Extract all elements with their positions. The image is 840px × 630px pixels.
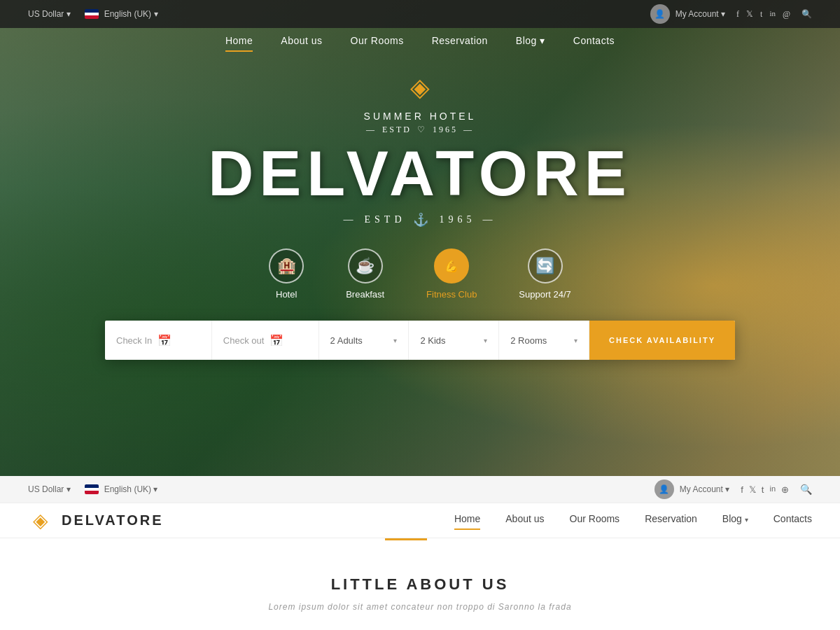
amenity-hotel[interactable]: 🏨 Hotel <box>269 248 304 300</box>
hero-nav: Home About us Our Rooms Reservation Blog… <box>0 25 840 59</box>
hero-content: ◈ SUMMER HOTEL — ESTD ♡ 1965 — DELVATORE… <box>0 0 840 476</box>
about-section: LITTLE ABOUT US Lorem ipsum dolor sit am… <box>0 540 840 630</box>
estd-dash-right: — <box>463 125 474 135</box>
amenity-fitness[interactable]: 💪 Fitness Club <box>426 248 477 300</box>
sticky-account-area[interactable]: 👤 My Account ▾ <box>654 479 729 499</box>
amenities-bar: 🏨 Hotel ☕ Breakfast 💪 Fitness Club 🔄 Sup… <box>269 248 571 300</box>
about-subtitle: Lorem ipsum dolor sit amet concateur non… <box>28 602 812 612</box>
nav-about[interactable]: About us <box>281 35 322 49</box>
support-icon: 🔄 <box>528 248 563 284</box>
email-icon[interactable]: @ <box>783 9 790 20</box>
checkin-label: Check In <box>116 335 152 346</box>
facebook-icon[interactable]: f <box>736 9 739 20</box>
sticky-linkedin-icon[interactable]: in <box>769 484 776 495</box>
hotel-name: DELVATORE <box>208 142 631 205</box>
sticky-nav: Home About us Our Rooms Reservation Blog… <box>454 513 812 528</box>
hotel-logo-icon: ◈ <box>402 70 438 105</box>
twitter-icon[interactable]: 𝕏 <box>746 9 753 20</box>
estd2-year: 1965 <box>440 214 476 225</box>
hotel-estd: — ESTD ♡ 1965 — <box>366 125 474 135</box>
top-bar: US Dollar ▾ English (UK) ▾ 👤 My Account … <box>0 0 840 28</box>
anchor-icon: ⚓ <box>413 212 433 227</box>
currency-arrow: ▾ <box>66 9 71 19</box>
sticky-language-selector[interactable]: English (UK) ▾ <box>85 484 158 494</box>
social-icons: f 𝕏 t in @ <box>736 9 790 20</box>
estd-dash-left: — <box>366 125 377 135</box>
hero-section: US Dollar ▾ English (UK) ▾ 👤 My Account … <box>0 0 840 476</box>
breakfast-icon: ☕ <box>348 248 383 284</box>
checkout-field[interactable]: Check out 📅 <box>212 321 319 360</box>
sticky-nav-rooms[interactable]: Our Rooms <box>570 513 620 528</box>
sticky-avatar: 👤 <box>654 479 674 499</box>
nav-active-indicator <box>385 538 427 540</box>
sticky-nav-home[interactable]: Home <box>454 513 480 528</box>
nav-contacts[interactable]: Contacts <box>573 35 615 49</box>
fitness-label: Fitness Club <box>426 289 477 300</box>
sticky-facebook-icon[interactable]: f <box>741 484 743 495</box>
sticky-twitter-icon[interactable]: 𝕏 <box>749 484 756 495</box>
nav-rooms[interactable]: Our Rooms <box>351 35 404 49</box>
linkedin-icon[interactable]: in <box>769 9 776 20</box>
estd-year: 1965 <box>433 125 458 135</box>
nav-reservation[interactable]: Reservation <box>432 35 488 49</box>
adults-select[interactable]: 2 Adults ▾ <box>319 321 410 360</box>
heart-icon: ♡ <box>417 125 427 135</box>
fitness-icon: 💪 <box>434 248 469 284</box>
kids-label: 2 Kids <box>420 335 445 346</box>
checkin-field[interactable]: Check In 📅 <box>105 321 212 360</box>
hotel-label: Hotel <box>276 289 297 300</box>
sticky-top-bar: US Dollar ▾ English (UK) ▾ 👤 My Account … <box>0 476 840 503</box>
support-label: Support 24/7 <box>519 289 570 300</box>
sticky-tumblr-icon[interactable]: t <box>762 484 764 495</box>
rooms-arrow: ▾ <box>574 337 578 344</box>
logo-text: DELVATORE <box>62 512 164 528</box>
kids-select[interactable]: 2 Kids ▾ <box>409 321 499 360</box>
nav-home[interactable]: Home <box>225 35 253 49</box>
account-area[interactable]: 👤 My Account ▾ <box>650 4 725 24</box>
avatar: 👤 <box>650 4 670 24</box>
sticky-currency-selector[interactable]: US Dollar ▾ <box>28 484 71 494</box>
estd2-dash-right: — <box>483 214 497 225</box>
sticky-social-icons: f 𝕏 t in ⊕ <box>741 484 789 495</box>
estd-text: ESTD <box>382 125 412 135</box>
adults-arrow: ▾ <box>393 337 397 344</box>
currency-selector[interactable]: US Dollar ▾ <box>28 9 71 19</box>
nav-blog[interactable]: Blog ▾ <box>516 35 545 49</box>
top-bar-right: 👤 My Account ▾ f 𝕏 t in @ 🔍 <box>650 4 812 24</box>
flag-icon <box>85 9 99 19</box>
checkout-label: Check out <box>223 335 265 346</box>
language-selector[interactable]: English (UK) ▾ <box>85 9 158 19</box>
sticky-nav-blog[interactable]: Blog ▾ <box>722 513 748 528</box>
hotel-subtitle: SUMMER HOTEL <box>364 111 477 122</box>
sticky-nav-reservation[interactable]: Reservation <box>645 513 697 528</box>
language-arrow: ▾ <box>154 9 158 19</box>
kids-arrow: ▾ <box>484 337 487 344</box>
blog-arrow-icon: ▾ <box>745 516 748 524</box>
tumblr-icon[interactable]: t <box>760 9 762 20</box>
hotel-icon: 🏨 <box>269 248 304 284</box>
estd2-text: ESTD <box>365 214 406 225</box>
search-icon[interactable]: 🔍 <box>802 9 812 20</box>
amenity-breakfast[interactable]: ☕ Breakfast <box>346 248 384 300</box>
sticky-top-bar-left: US Dollar ▾ English (UK) ▾ <box>28 484 158 494</box>
sticky-account-label: My Account ▾ <box>680 484 729 494</box>
top-bar-left: US Dollar ▾ English (UK) ▾ <box>28 9 158 19</box>
rooms-select[interactable]: 2 Rooms ▾ <box>499 321 589 360</box>
breakfast-label: Breakfast <box>346 289 384 300</box>
check-availability-button[interactable]: CHECK AVAILABILITY <box>589 321 735 360</box>
logo-hex-icon: ◈ <box>28 508 53 533</box>
amenity-support[interactable]: 🔄 Support 24/7 <box>519 248 570 300</box>
about-title: LITTLE ABOUT US <box>28 575 812 594</box>
sticky-search-icon[interactable]: 🔍 <box>800 484 812 495</box>
sticky-header-wrapper: US Dollar ▾ English (UK) ▾ 👤 My Account … <box>0 476 840 540</box>
sticky-nav-contacts[interactable]: Contacts <box>774 513 812 528</box>
checkout-calendar-icon: 📅 <box>270 334 284 347</box>
booking-bar: Check In 📅 Check out 📅 2 Adults ▾ 2 Kids… <box>105 321 735 360</box>
rooms-label: 2 Rooms <box>510 335 547 346</box>
sticky-dribbble-icon[interactable]: ⊕ <box>781 484 789 495</box>
sticky-flag-icon <box>85 484 99 494</box>
logo-area: ◈ DELVATORE <box>28 508 164 533</box>
sticky-nav-about[interactable]: About us <box>505 513 544 528</box>
adults-label: 2 Adults <box>330 335 363 346</box>
sticky-main-header: ◈ DELVATORE Home About us Our Rooms Rese… <box>0 503 840 538</box>
